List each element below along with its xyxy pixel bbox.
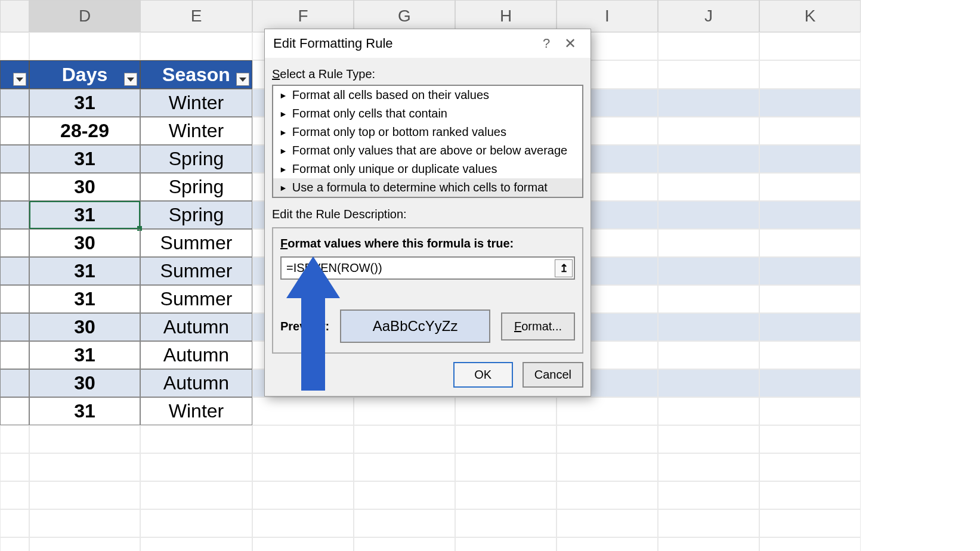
- col-header-d[interactable]: D: [29, 0, 140, 32]
- cell[interactable]: [29, 425, 140, 453]
- cell-partial[interactable]: [0, 117, 29, 145]
- cell[interactable]: [759, 145, 861, 173]
- cell-season[interactable]: Summer: [140, 229, 252, 257]
- cell[interactable]: [252, 481, 354, 509]
- cell[interactable]: [759, 285, 861, 313]
- cell[interactable]: [29, 537, 140, 551]
- cell-season[interactable]: Spring: [140, 173, 252, 201]
- cell-season[interactable]: Winter: [140, 397, 252, 425]
- cell[interactable]: [0, 537, 29, 551]
- cell-season[interactable]: Winter: [140, 89, 252, 117]
- cell-season[interactable]: Autumn: [140, 341, 252, 369]
- cell-season[interactable]: Winter: [140, 117, 252, 145]
- cell[interactable]: [252, 537, 354, 551]
- cell[interactable]: [252, 453, 354, 481]
- cell[interactable]: [658, 229, 759, 257]
- cell-partial[interactable]: [0, 89, 29, 117]
- cell[interactable]: [658, 537, 759, 551]
- cell[interactable]: [140, 453, 252, 481]
- cell[interactable]: [140, 481, 252, 509]
- cell-season[interactable]: Summer: [140, 257, 252, 285]
- col-header-j[interactable]: J: [658, 0, 759, 32]
- cell[interactable]: [354, 481, 455, 509]
- cell[interactable]: [557, 397, 658, 425]
- cell[interactable]: [658, 453, 759, 481]
- table-header-season[interactable]: Season: [140, 60, 252, 89]
- filter-dropdown-icon[interactable]: [236, 73, 249, 86]
- cell[interactable]: [658, 145, 759, 173]
- cell-partial[interactable]: [0, 145, 29, 173]
- cell-partial[interactable]: [0, 201, 29, 229]
- cell[interactable]: [658, 201, 759, 229]
- col-header-e[interactable]: E: [140, 0, 252, 32]
- filter-dropdown-icon[interactable]: [13, 73, 26, 86]
- cell[interactable]: [759, 229, 861, 257]
- cell[interactable]: [354, 397, 455, 425]
- cell[interactable]: [658, 369, 759, 397]
- cell[interactable]: [29, 481, 140, 509]
- cell[interactable]: [140, 537, 252, 551]
- cell-days[interactable]: 31: [29, 201, 140, 229]
- cell-days[interactable]: 30: [29, 229, 140, 257]
- cell-days[interactable]: 30: [29, 173, 140, 201]
- cell[interactable]: [557, 481, 658, 509]
- cell[interactable]: [759, 425, 861, 453]
- cell[interactable]: [759, 89, 861, 117]
- cell[interactable]: [29, 509, 140, 537]
- cell[interactable]: [140, 509, 252, 537]
- cell[interactable]: [0, 481, 29, 509]
- rule-type-item[interactable]: ►Format only values that are above or be…: [273, 141, 582, 160]
- cell[interactable]: [658, 173, 759, 201]
- col-header-g[interactable]: G: [354, 0, 455, 32]
- cell-partial[interactable]: [0, 257, 29, 285]
- cell-season[interactable]: Summer: [140, 285, 252, 313]
- cell-season[interactable]: Spring: [140, 145, 252, 173]
- cell[interactable]: [557, 453, 658, 481]
- cell[interactable]: [658, 285, 759, 313]
- cell[interactable]: [455, 453, 557, 481]
- cell[interactable]: [658, 481, 759, 509]
- cell-days[interactable]: 30: [29, 369, 140, 397]
- cell[interactable]: [557, 509, 658, 537]
- rule-type-item[interactable]: ►Use a formula to determine which cells …: [273, 178, 582, 197]
- cell-season[interactable]: Autumn: [140, 313, 252, 341]
- cell[interactable]: [455, 481, 557, 509]
- cell-days[interactable]: 31: [29, 89, 140, 117]
- cell[interactable]: [658, 425, 759, 453]
- cell[interactable]: [354, 537, 455, 551]
- table-header-partial[interactable]: [0, 60, 29, 89]
- cell[interactable]: [759, 481, 861, 509]
- cell[interactable]: [455, 397, 557, 425]
- cell-partial[interactable]: [0, 313, 29, 341]
- cell[interactable]: [759, 453, 861, 481]
- cell[interactable]: [658, 509, 759, 537]
- cell[interactable]: [658, 60, 759, 89]
- filter-dropdown-icon[interactable]: [124, 73, 137, 86]
- cell[interactable]: [759, 509, 861, 537]
- cell-partial[interactable]: [0, 397, 29, 425]
- cell-days[interactable]: 31: [29, 145, 140, 173]
- cell-partial[interactable]: [0, 341, 29, 369]
- rule-type-item[interactable]: ►Format only unique or duplicate values: [273, 160, 582, 178]
- cell[interactable]: [658, 257, 759, 285]
- cell-partial[interactable]: [0, 369, 29, 397]
- format-button[interactable]: Format...: [501, 312, 575, 340]
- cell[interactable]: [759, 173, 861, 201]
- cell[interactable]: [140, 32, 252, 60]
- cell-partial[interactable]: [0, 173, 29, 201]
- cell[interactable]: [140, 425, 252, 453]
- cell[interactable]: [759, 313, 861, 341]
- table-header-days[interactable]: Days: [29, 60, 140, 89]
- cell-partial[interactable]: [0, 229, 29, 257]
- cell[interactable]: [455, 509, 557, 537]
- ok-button[interactable]: OK: [453, 362, 513, 388]
- cell[interactable]: [658, 89, 759, 117]
- close-button[interactable]: ✕: [558, 35, 582, 52]
- cell-season[interactable]: Autumn: [140, 369, 252, 397]
- col-header-i[interactable]: I: [557, 0, 658, 32]
- cell[interactable]: [354, 425, 455, 453]
- cell[interactable]: [759, 397, 861, 425]
- cell-days[interactable]: 31: [29, 397, 140, 425]
- cell[interactable]: [29, 453, 140, 481]
- cell[interactable]: [658, 313, 759, 341]
